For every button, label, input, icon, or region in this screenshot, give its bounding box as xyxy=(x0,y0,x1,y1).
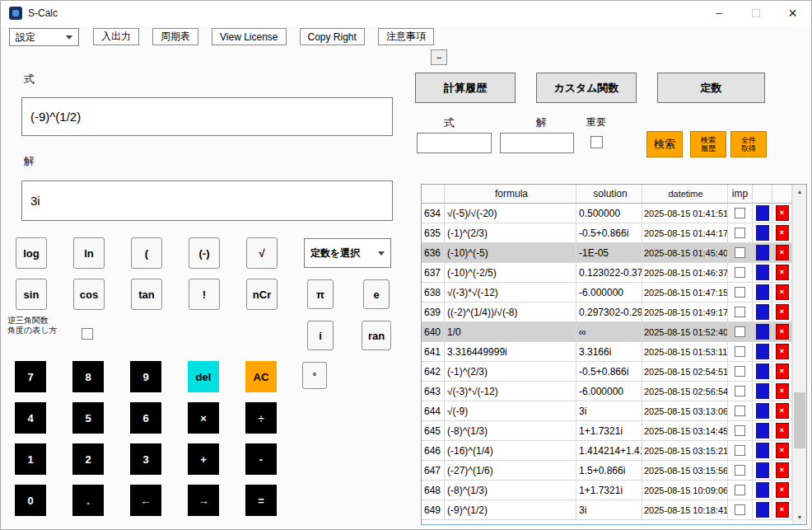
grid-row-640[interactable]: 6401/0∞2025-08-15 01:52:40× xyxy=(422,322,792,342)
scroll-thumb[interactable] xyxy=(794,392,805,448)
key-ln[interactable]: ln xyxy=(73,237,105,269)
key-sin[interactable]: sin xyxy=(16,279,47,310)
imp-checkbox[interactable] xyxy=(735,406,745,416)
calc-history-button[interactable]: 計算履歴 xyxy=(415,73,516,103)
grid-row-642[interactable]: 642(-1)^(2/3)-0.5+0.866i2025-08-15 02:54… xyxy=(422,362,792,382)
imp-checkbox[interactable] xyxy=(735,208,745,218)
row-delete-button[interactable]: × xyxy=(776,205,789,221)
imp-checkbox[interactable] xyxy=(735,247,745,258)
key-left[interactable]: ← xyxy=(130,485,161,516)
grid-row-648[interactable]: 648(-8)^(1/3)1+1.7321i2025-08-15 10:09:0… xyxy=(422,481,792,500)
search-button[interactable]: 検索 xyxy=(646,131,683,157)
row-delete-button[interactable]: × xyxy=(776,324,789,340)
row-delete-button[interactable]: × xyxy=(776,443,789,458)
key-factorial[interactable]: ! xyxy=(189,279,220,310)
solution-output[interactable] xyxy=(21,181,393,221)
key-i[interactable]: i xyxy=(307,321,334,350)
fetch-all-button[interactable]: 全件 取得 xyxy=(730,131,767,157)
imp-checkbox[interactable] xyxy=(735,485,745,495)
key-ac[interactable]: AC xyxy=(245,361,277,392)
grid-row-634[interactable]: 634√(-5)/√(-20)0.5000002025-08-15 01:41:… xyxy=(422,204,792,223)
row-delete-button[interactable]: × xyxy=(776,265,789,280)
row-blue-button[interactable] xyxy=(756,344,769,359)
key-minus[interactable]: - xyxy=(245,443,277,475)
search-formula-input[interactable] xyxy=(417,133,492,153)
imp-checkbox[interactable] xyxy=(735,386,745,396)
notes-button[interactable]: 注意事項 xyxy=(378,28,434,45)
grid-row-641[interactable]: 6413.316449999i3.3166i2025-08-15 01:53:1… xyxy=(422,342,792,362)
custom-functions-button[interactable]: カスタム関数 xyxy=(536,73,637,103)
key-equals[interactable]: = xyxy=(245,485,277,516)
key-4[interactable]: 4 xyxy=(15,402,46,434)
row-delete-button[interactable]: × xyxy=(776,344,789,359)
row-delete-button[interactable]: × xyxy=(776,403,789,419)
imp-checkbox[interactable] xyxy=(735,307,745,317)
imp-checkbox[interactable] xyxy=(735,445,745,456)
key-ncr[interactable]: nCr xyxy=(246,279,278,310)
col-header-solution[interactable]: solution xyxy=(576,185,642,204)
grid-row-637[interactable]: 637(-10)^(-2/5)0.123022-0.3782025-08-15 … xyxy=(422,263,792,283)
row-blue-button[interactable] xyxy=(756,443,769,458)
key-log[interactable]: log xyxy=(16,237,47,269)
copyright-button[interactable]: Copy Right xyxy=(300,28,365,45)
row-delete-button[interactable]: × xyxy=(776,482,789,498)
grid-row-647[interactable]: 647(-27)^(1/6)1.5+0.866i2025-08-15 03:15… xyxy=(422,461,792,481)
imp-checkbox[interactable] xyxy=(735,326,745,337)
row-blue-button[interactable] xyxy=(756,324,769,340)
col-header-formula[interactable]: formula xyxy=(445,185,576,204)
row-blue-button[interactable] xyxy=(756,462,769,478)
key-ran[interactable]: ran xyxy=(362,321,391,350)
key-5[interactable]: 5 xyxy=(72,402,104,434)
scroll-down-icon[interactable]: ▼ xyxy=(793,510,806,524)
maximize-button[interactable] xyxy=(737,1,774,26)
grid-row-644[interactable]: 644√(-9)3i2025-08-15 03:13:06× xyxy=(422,401,792,421)
close-button[interactable]: × xyxy=(774,1,811,26)
key-8[interactable]: 8 xyxy=(72,361,104,392)
key-right[interactable]: → xyxy=(188,485,219,516)
imp-checkbox[interactable] xyxy=(735,504,745,515)
row-blue-button[interactable] xyxy=(756,403,769,419)
row-blue-button[interactable] xyxy=(756,245,769,260)
key-degree[interactable]: ° xyxy=(302,362,327,389)
row-blue-button[interactable] xyxy=(756,304,769,320)
key-sqrt[interactable]: √ xyxy=(246,237,278,269)
key-open-paren[interactable]: ( xyxy=(131,237,162,269)
key-7[interactable]: 7 xyxy=(15,361,46,392)
grid-row-643[interactable]: 643√(-3)*√(-12)-6.0000002025-08-15 02:56… xyxy=(422,382,792,401)
search-history-button[interactable]: 検索 履歴 xyxy=(690,131,726,157)
key-negate[interactable]: (-) xyxy=(189,237,220,269)
imp-checkbox[interactable] xyxy=(735,287,745,298)
key-plus[interactable]: + xyxy=(188,443,219,475)
key-tan[interactable]: tan xyxy=(131,279,162,310)
grid-scrollbar[interactable]: ▲ ▼ xyxy=(792,185,806,524)
key-decimal[interactable]: . xyxy=(72,485,104,516)
grid-row-646[interactable]: 646(-16)^(1/4)1.414214+1.412025-08-15 03… xyxy=(422,441,792,461)
periodic-table-button[interactable]: 周期表 xyxy=(152,28,198,45)
key-multiply[interactable]: × xyxy=(188,402,219,434)
search-solution-input[interactable] xyxy=(500,133,574,153)
row-delete-button[interactable]: × xyxy=(776,363,789,379)
row-blue-button[interactable] xyxy=(756,205,769,221)
row-blue-button[interactable] xyxy=(756,363,769,379)
key-9[interactable]: 9 xyxy=(130,361,161,392)
row-delete-button[interactable]: × xyxy=(776,245,789,260)
row-delete-button[interactable]: × xyxy=(776,423,789,439)
imp-checkbox[interactable] xyxy=(735,465,745,476)
grid-row-645[interactable]: 645(-8)^(1/3)1+1.7321i2025-08-15 03:14:4… xyxy=(422,421,792,441)
row-delete-button[interactable]: × xyxy=(776,284,789,300)
grid-row-638[interactable]: 638√(-3)*√(-12)-6.0000002025-08-15 01:47… xyxy=(422,283,792,303)
row-delete-button[interactable]: × xyxy=(776,225,789,241)
settings-dropdown[interactable]: 設定 xyxy=(9,28,79,46)
row-blue-button[interactable] xyxy=(756,225,769,241)
key-0[interactable]: 0 xyxy=(15,485,46,516)
grid-row-649[interactable]: 649(-9)^(1/2)3i2025-08-15 10:18:41× xyxy=(422,500,792,520)
key-2[interactable]: 2 xyxy=(72,443,104,475)
key-3[interactable]: 3 xyxy=(130,443,161,475)
col-header-datetime[interactable]: datetime xyxy=(642,185,728,204)
row-delete-button[interactable]: × xyxy=(776,304,789,320)
io-button[interactable]: 入出力 xyxy=(93,28,139,45)
grid-row-636[interactable]: 636(-10)^(-5)-1E-052025-08-15 01:45:40× xyxy=(422,243,792,263)
key-del[interactable]: del xyxy=(188,361,219,392)
col-header-imp[interactable]: imp xyxy=(728,185,753,204)
collapse-panel-button[interactable]: − xyxy=(431,49,447,65)
